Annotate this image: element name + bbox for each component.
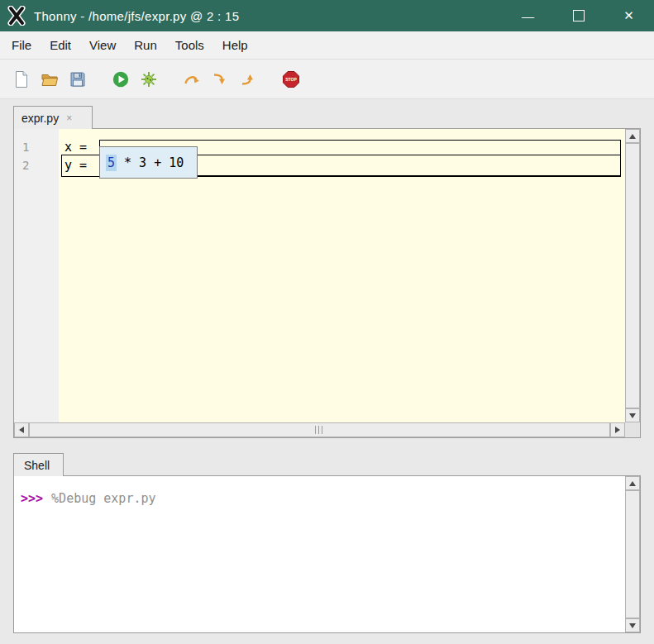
line-number: 2 xyxy=(14,156,59,174)
titlebar: Thonny - /home/jfs/expr.py @ 2 : 15 — ✕ xyxy=(0,0,654,31)
scroll-down-button[interactable] xyxy=(625,618,640,632)
open-file-button[interactable] xyxy=(41,70,59,88)
editor-hscroll-thumb[interactable] xyxy=(29,422,610,437)
window-title: Thonny - /home/jfs/expr.py @ 2 : 15 xyxy=(34,9,239,23)
menu-help[interactable]: Help xyxy=(213,31,257,59)
step-over-icon xyxy=(183,70,201,88)
debug-bug-icon xyxy=(140,70,158,88)
debug-button[interactable] xyxy=(140,70,158,88)
scrollbar-grip-icon xyxy=(315,426,324,434)
step-into-icon xyxy=(211,70,229,88)
editor-horizontal-scrollbar[interactable] xyxy=(14,422,625,437)
thonny-window: { "window": { "title": "Thonny - /home/j… xyxy=(0,0,654,644)
arrow-left-icon xyxy=(19,427,24,433)
maximize-icon xyxy=(573,10,585,21)
open-folder-icon xyxy=(41,70,59,88)
scroll-up-button[interactable] xyxy=(625,129,640,143)
tab-close-icon[interactable]: × xyxy=(66,112,72,124)
tab-label: expr.py xyxy=(21,112,59,125)
tab-label: Shell xyxy=(24,459,50,472)
save-file-button[interactable] xyxy=(69,70,87,88)
debug-expression-box: 5 * 3 + 10 xyxy=(99,146,198,179)
arrow-down-icon xyxy=(629,623,636,628)
arrow-right-icon xyxy=(615,427,620,433)
line-number-gutter: 1 2 xyxy=(14,129,59,422)
shell-command: %Debug expr.py xyxy=(51,491,155,506)
shell-prompt: >>> xyxy=(21,491,43,506)
shell-vertical-scrollbar[interactable] xyxy=(625,476,640,632)
menu-edit[interactable]: Edit xyxy=(41,31,80,59)
minimize-button[interactable]: — xyxy=(503,0,553,31)
save-floppy-icon xyxy=(69,70,87,88)
tab-shell[interactable]: Shell xyxy=(13,453,64,476)
thonny-logo-icon xyxy=(7,6,26,26)
editor-vertical-scrollbar[interactable] xyxy=(625,129,640,422)
arrow-down-icon xyxy=(629,413,636,418)
scroll-left-button[interactable] xyxy=(14,422,29,437)
tab-expr-py[interactable]: expr.py × xyxy=(13,106,93,129)
shell-line: >>>%Debug expr.py xyxy=(21,491,156,506)
menu-run[interactable]: Run xyxy=(125,31,166,59)
stop-label: STOP xyxy=(285,77,297,82)
scroll-up-button[interactable] xyxy=(625,476,640,490)
menu-tools[interactable]: Tools xyxy=(166,31,213,59)
toolbar: STOP xyxy=(0,60,654,99)
shell-frame: >>>%Debug expr.py xyxy=(13,475,641,633)
step-into-button[interactable] xyxy=(211,70,229,88)
scrollbar-corner xyxy=(625,422,640,437)
expression-remainder: * 3 + 10 xyxy=(117,155,184,170)
arrow-up-icon xyxy=(629,134,636,139)
scroll-right-button[interactable] xyxy=(610,422,625,437)
menu-file[interactable]: File xyxy=(2,31,41,59)
menu-view[interactable]: View xyxy=(80,31,125,59)
new-file-icon xyxy=(12,70,31,88)
new-file-button[interactable] xyxy=(12,70,31,88)
line-number: 1 xyxy=(14,138,59,156)
window-controls: — ✕ xyxy=(503,0,654,31)
editor-vscroll-thumb[interactable] xyxy=(625,143,640,408)
step-out-icon xyxy=(239,70,257,88)
run-button[interactable] xyxy=(112,70,130,88)
scroll-down-button[interactable] xyxy=(625,408,640,422)
close-button[interactable]: ✕ xyxy=(604,0,654,31)
stop-sign-icon: STOP xyxy=(282,70,300,88)
evaluated-value: 5 xyxy=(106,155,117,171)
step-out-button[interactable] xyxy=(239,70,257,88)
editor-frame: 1 2 x = y = 5 * 3 + 10 xyxy=(13,128,641,438)
arrow-up-icon xyxy=(629,481,636,486)
step-over-button[interactable] xyxy=(183,70,201,88)
menubar: File Edit View Run Tools Help xyxy=(0,31,654,60)
run-icon xyxy=(112,70,130,88)
stop-button[interactable]: STOP xyxy=(282,70,300,88)
shell-vscroll-thumb[interactable] xyxy=(625,490,640,618)
shell-output-area[interactable]: >>>%Debug expr.py xyxy=(14,476,625,632)
maximize-button[interactable] xyxy=(553,0,604,31)
